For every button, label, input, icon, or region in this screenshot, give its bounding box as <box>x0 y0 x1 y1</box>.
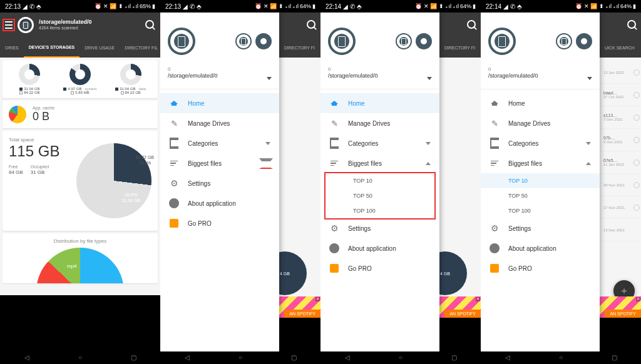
storage-internal[interactable]: 31.04 GB 84.22 GB <box>5 64 54 94</box>
menu-manage-drives[interactable]: Manage Drives <box>160 113 279 133</box>
search-icon[interactable] <box>467 20 477 30</box>
usage-pie: 84.22 GB73.1% 26.9%31.04 GB <box>76 143 151 218</box>
menu-top-50[interactable]: TOP 50 <box>481 188 600 203</box>
file-row[interactable]: 13 Dec 2021 <box>600 219 641 241</box>
status-bar: 22:13◢ ✆ ⬘ ⏰ ✕ 📶 ⬍ ₊ıl ₊ıl64%▮ <box>160 0 320 13</box>
info-icon[interactable] <box>633 182 640 188</box>
tab-drive-usage[interactable]: DRIVE USAGE <box>79 38 120 58</box>
menu-home[interactable]: Home <box>320 93 439 113</box>
menu-top-100[interactable]: TOP 100 <box>481 203 600 218</box>
total-space-card[interactable]: Total space 115 GB Free84 GB Occupied31 … <box>3 131 158 231</box>
info-icon[interactable] <box>633 114 640 121</box>
menu-top-10[interactable]: TOP 10 <box>481 173 600 188</box>
tabs: ORIES DEVICE'S STORAGES DRIVE USAGE DIRE… <box>0 38 160 58</box>
tab-categories[interactable]: ORIES <box>0 38 24 58</box>
nav-back[interactable]: ◁ <box>181 354 193 361</box>
menu-biggest-files[interactable]: Biggest files <box>481 153 600 173</box>
info-icon[interactable] <box>633 159 640 166</box>
menu-manage-drives[interactable]: Manage Drives <box>320 113 439 133</box>
menu-top-100[interactable]: TOP 100 <box>326 203 434 218</box>
menu-go-pro[interactable]: Go PRO <box>481 258 600 278</box>
nav-back[interactable]: ◁ <box>501 354 514 361</box>
drawer-menu: Home Manage Drives Categories Biggest fi… <box>160 89 279 237</box>
storage-android-button[interactable] <box>576 33 592 49</box>
ad-close-icon[interactable]: ✕ <box>315 297 320 301</box>
nav-home[interactable]: ○ <box>234 354 247 361</box>
file-row[interactable]: 07e5…11 Jan 2022 <box>600 151 641 174</box>
nav-recent[interactable]: ▢ <box>608 354 620 361</box>
search-icon[interactable] <box>307 20 317 30</box>
menu-home[interactable]: Home <box>481 93 600 113</box>
info-icon[interactable] <box>633 205 640 211</box>
pencil-icon <box>169 118 179 128</box>
storage-android-button[interactable] <box>416 33 432 49</box>
phone-1: 22:13◢ ✆ ⬘ ⏰ ✕ 📶 ⬍ ₊ıl ₊ıl65%▮ /storage/… <box>0 0 160 364</box>
menu-about[interactable]: About application <box>320 238 439 258</box>
menu-about[interactable]: About application <box>481 238 600 258</box>
file-row[interactable]: baad…27 Oct 2021 <box>600 84 641 106</box>
file-row[interactable]: 97b…9 Dec 2021 <box>600 129 641 151</box>
status-bar: 22:13◢ ✆ ⬘ ⏰ ✕ 📶 ⬍ ₊ıl ₊ıl65%▮ <box>0 0 160 13</box>
chevron-up-icon <box>586 162 591 165</box>
menu-biggest-files[interactable]: Biggest files <box>320 153 439 173</box>
info-icon[interactable] <box>633 92 640 98</box>
drawer-path-selector[interactable]: 0/storage/emulated/0 <box>328 66 432 80</box>
tab-directory-files[interactable]: DIRECTORY FIL <box>120 38 160 58</box>
menu-about[interactable]: About application <box>160 193 279 213</box>
menu-settings[interactable]: Settings <box>160 173 279 193</box>
ad-close-icon[interactable]: ✕ <box>636 297 640 301</box>
menu-home[interactable]: Home <box>160 93 279 113</box>
ad-close-icon[interactable]: ✕ <box>476 297 480 301</box>
menu-go-pro[interactable]: Go PRO <box>320 258 439 278</box>
sort-icon <box>490 158 500 168</box>
dist-title: Distribution by file types <box>9 238 151 244</box>
question-icon <box>169 198 179 208</box>
menu-categories[interactable]: Categories <box>160 133 279 153</box>
menu-top-10[interactable]: TOP 10 <box>326 173 434 188</box>
drawer-logo <box>328 28 356 55</box>
storage-phone-button[interactable] <box>235 33 252 49</box>
nav-recent[interactable]: ▢ <box>287 354 300 361</box>
nav-recent[interactable]: ▢ <box>127 354 140 361</box>
search-icon[interactable] <box>145 20 155 30</box>
drawer-path-selector[interactable]: 0 /storage/emulated/0 <box>168 66 272 80</box>
nav-home[interactable]: ○ <box>555 354 567 361</box>
file-row[interactable]: 28 Nov 2021 <box>600 174 641 196</box>
nav-back[interactable]: ◁ <box>341 354 354 361</box>
nav-drawer: 0 /storage/emulated/0 Home Manage Drives… <box>160 13 279 351</box>
drawer-path-text: /storage/emulated/0 <box>168 73 218 80</box>
gear-icon <box>169 178 179 188</box>
search-icon[interactable] <box>627 20 637 30</box>
nav-back[interactable]: ◁ <box>21 354 33 361</box>
menu-button[interactable] <box>3 19 15 31</box>
file-row[interactable]: s113…7 Dec 2021 <box>600 106 641 129</box>
file-row[interactable]: 13 Jan 2022 <box>600 61 641 84</box>
tab-devices-storages[interactable]: DEVICE'S STORAGES <box>24 38 80 58</box>
app-cache-card[interactable]: App. cache 0 B <box>3 101 158 128</box>
distribution-card[interactable]: Distribution by file types mp4 <box>3 233 158 283</box>
menu-settings[interactable]: Settings <box>320 218 439 238</box>
menu-top-50[interactable]: TOP 50 <box>326 188 434 203</box>
chevron-down-icon <box>259 158 273 169</box>
info-icon[interactable] <box>633 137 640 143</box>
menu-biggest-files[interactable]: Biggest files <box>160 153 279 173</box>
file-row[interactable]: 17 Nov 2021 <box>600 196 641 219</box>
path-text: /storage/emulated/0 <box>39 19 140 26</box>
info-icon[interactable] <box>633 69 640 76</box>
storage-phone-button[interactable] <box>396 33 412 49</box>
storage-android-button[interactable] <box>255 33 272 49</box>
menu-go-pro[interactable]: Go PRO <box>160 213 279 233</box>
chevron-down-icon <box>267 77 272 80</box>
menu-categories[interactable]: Categories <box>320 133 439 153</box>
menu-categories[interactable]: Categories <box>481 133 600 153</box>
nav-recent[interactable]: ▢ <box>448 354 460 361</box>
storage-phone-button[interactable] <box>556 33 572 49</box>
storage-system[interactable]: 4.97 GBsystem 5.85 MB <box>56 64 105 94</box>
menu-settings[interactable]: Settings <box>481 218 600 238</box>
storage-data[interactable]: 31.04 GBdata 84.22 GB <box>106 64 155 94</box>
menu-manage-drives[interactable]: Manage Drives <box>481 113 600 133</box>
nav-home[interactable]: ○ <box>74 354 86 361</box>
nav-home[interactable]: ○ <box>394 354 407 361</box>
total-label: Total space <box>9 137 151 143</box>
drawer-path-selector[interactable]: 0/storage/emulated/0 <box>488 66 592 80</box>
